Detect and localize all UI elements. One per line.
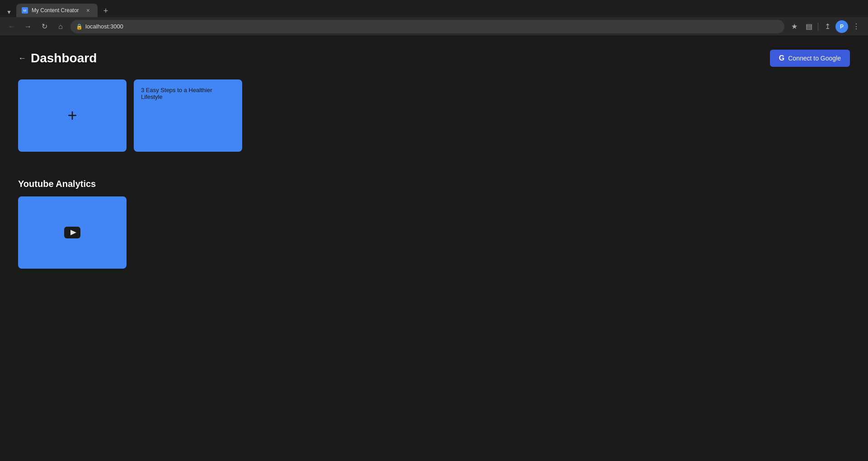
tab-title: My Content Creator [32,7,80,14]
menu-button[interactable]: ⋮ [850,20,863,33]
youtube-icon [64,227,80,238]
connect-google-button[interactable]: G Connect to Google [770,50,850,67]
content-cards-section: + 3 Easy Steps to a Healthier Lifestyle [18,79,850,152]
active-tab[interactable]: M My Content Creator × [16,4,98,17]
toolbar-actions: ★ ▤ ↥ P ⋮ [788,20,863,33]
content-item-card[interactable]: 3 Easy Steps to a Healthier Lifestyle [134,79,242,152]
youtube-analytics-card[interactable] [18,196,127,269]
lock-icon: 🔒 [76,23,83,30]
address-bar-container: 🔒 [70,20,784,33]
profile-button[interactable]: P [835,20,848,33]
analytics-section-label: Youtube Analytics [18,179,850,189]
browser-toolbar: ← → ↻ ⌂ 🔒 ★ ▤ ↥ P ⋮ [0,17,868,36]
connect-google-label: Connect to Google [788,55,841,62]
download-button[interactable]: ↥ [821,20,834,33]
page-header: ← Dashboard G Connect to Google [18,50,850,67]
page-title: Dashboard [31,51,97,65]
content-card-title: 3 Easy Steps to a Healthier Lifestyle [141,87,235,100]
new-content-card[interactable]: + [18,79,127,152]
page-content: ← Dashboard G Connect to Google + 3 Easy… [0,36,868,282]
tab-bar: ▼ M My Content Creator × + [0,0,868,17]
google-g-icon: G [779,54,784,62]
reload-button[interactable]: ↻ [38,20,51,33]
extensions-button[interactable]: ▤ [802,20,815,33]
forward-button[interactable]: → [22,20,34,33]
back-arrow-button[interactable]: ← [18,54,26,63]
home-button[interactable]: ⌂ [54,20,67,33]
address-bar[interactable] [85,23,779,30]
tab-overflow-button[interactable]: ▼ [4,7,14,17]
close-tab-button[interactable]: × [84,6,92,14]
browser-chrome: ▼ M My Content Creator × + ← → ↻ ⌂ 🔒 ★ ▤… [0,0,868,36]
analytics-section: Youtube Analytics [18,179,850,269]
plus-icon: + [67,106,77,125]
new-tab-button[interactable]: + [99,5,112,17]
back-button[interactable]: ← [5,20,18,33]
tab-favicon: M [22,7,28,14]
header-left: ← Dashboard [18,51,97,65]
toolbar-divider [818,23,818,31]
bookmark-button[interactable]: ★ [788,20,801,33]
